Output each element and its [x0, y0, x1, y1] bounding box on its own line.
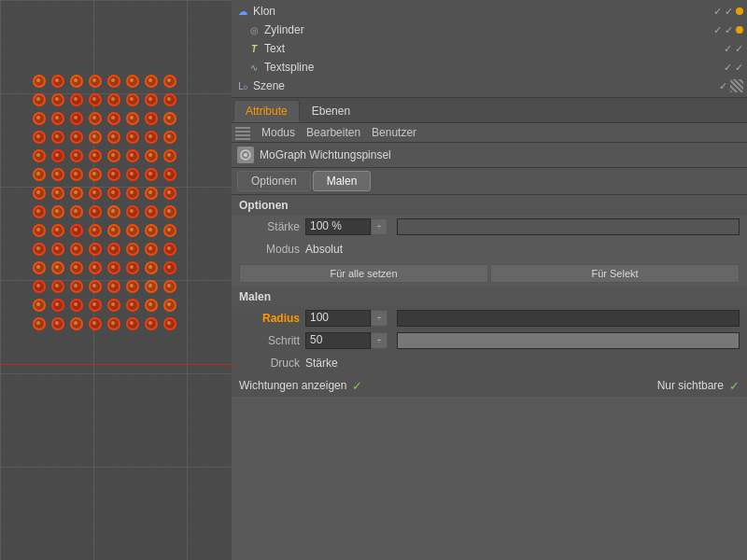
- clone-dot: [126, 93, 139, 106]
- cloner-visualization: [9, 56, 159, 336]
- starke-label: Stärke: [239, 220, 300, 233]
- clone-dot: [51, 149, 64, 162]
- clone-dot: [89, 75, 102, 88]
- radius-spinner[interactable]: ÷: [371, 310, 388, 327]
- clone-dot: [51, 261, 64, 274]
- clone-dot: [33, 280, 46, 293]
- red-line: [0, 364, 232, 365]
- wichtungen-checkmark[interactable]: ✓: [352, 379, 362, 393]
- starke-spinner[interactable]: ÷: [371, 218, 388, 235]
- clone-dot: [163, 168, 176, 181]
- clone-dot: [70, 187, 83, 200]
- clone-dot: [70, 112, 83, 125]
- clone-dot: [163, 243, 176, 256]
- text-icon: T: [247, 41, 261, 56]
- tab-attribute[interactable]: Attribute: [233, 100, 300, 122]
- clone-dot: [126, 131, 139, 144]
- sub-tab-optionen[interactable]: Optionen: [237, 171, 311, 191]
- clone-dot: [89, 299, 102, 312]
- schritt-spinner[interactable]: ÷: [371, 332, 388, 349]
- clone-dot: [107, 149, 120, 162]
- tool-name: MoGraph Wichtungspinsel: [260, 148, 391, 161]
- clone-dot: [89, 187, 102, 200]
- menu-bearbeiten[interactable]: Bearbeiten: [306, 126, 360, 139]
- modus-label: Modus: [239, 243, 300, 256]
- clone-dot: [126, 112, 139, 125]
- clone-dot: [51, 75, 64, 88]
- fuer-alle-setzen-button[interactable]: Für alle setzen: [239, 264, 488, 283]
- orange-dot: [736, 7, 743, 15]
- clone-dot: [163, 131, 176, 144]
- clone-dot: [33, 75, 46, 88]
- clone-dot: [145, 280, 158, 293]
- radius-value[interactable]: 100: [305, 310, 371, 327]
- clone-dot: [89, 93, 102, 106]
- textspline-icon: ∿: [247, 60, 261, 75]
- menu-benutzer[interactable]: Benutzer: [372, 126, 416, 139]
- tree-item-zylinder[interactable]: ◎ Zylinder ✓ ✓: [232, 21, 747, 39]
- clone-dot: [107, 280, 120, 293]
- clone-dot: [107, 224, 120, 237]
- clone-dot: [145, 299, 158, 312]
- schritt-value[interactable]: 50: [305, 332, 371, 349]
- clone-dot: [126, 187, 139, 200]
- clone-dot: [163, 93, 176, 106]
- clone-dot: [145, 205, 158, 218]
- starke-row: Stärke 100 % ÷: [232, 216, 747, 238]
- szene-icon: L₀: [235, 78, 250, 93]
- viewport[interactable]: [0, 0, 232, 560]
- schritt-row: Schritt 50 ÷: [232, 329, 747, 352]
- clone-dot: [70, 205, 83, 218]
- checkbox-row: Wichtungen anzeigen ✓ Nur sichtbare ✓: [232, 374, 747, 397]
- tree-item-text[interactable]: T Text ✓ ✓: [232, 39, 747, 58]
- clone-dot: [89, 112, 102, 125]
- clone-dot: [107, 187, 120, 200]
- nur-sichtbare-checkmark[interactable]: ✓: [729, 379, 740, 393]
- clone-dot: [70, 131, 83, 144]
- sub-tab-malen[interactable]: Malen: [313, 171, 372, 191]
- clone-dot: [33, 205, 46, 218]
- clone-dot: [126, 224, 139, 237]
- starke-value[interactable]: 100 %: [305, 218, 371, 235]
- zylinder-icon: ◎: [247, 22, 261, 37]
- clone-dot: [33, 224, 46, 237]
- clone-dot: [107, 243, 120, 256]
- starke-input-group: 100 % ÷: [305, 218, 388, 235]
- clone-dot: [126, 280, 139, 293]
- clone-dot: [33, 261, 46, 274]
- tab-ebenen[interactable]: Ebenen: [300, 100, 362, 122]
- clone-dot: [89, 205, 102, 218]
- scene-tree: ☁ Klon ✓ ✓ ◎ Zylinder ✓ ✓: [232, 0, 747, 98]
- clone-dot: [89, 149, 102, 162]
- malen-section: Malen Radius 100 ÷ Schritt 50 ÷: [232, 287, 747, 397]
- fuer-selekt-button[interactable]: Für Selekt: [490, 264, 740, 283]
- radius-bar: [397, 310, 740, 327]
- schritt-label: Schritt: [239, 334, 300, 347]
- textspline-label: Textspline: [264, 61, 314, 74]
- clone-dot: [51, 187, 64, 200]
- starke-bar-fill: [398, 219, 739, 234]
- clone-dot: [70, 243, 83, 256]
- clone-dot: [70, 280, 83, 293]
- orange-dot2: [736, 26, 743, 34]
- clone-dot: [163, 187, 176, 200]
- clone-dot: [33, 299, 46, 312]
- clone-dot: [107, 261, 120, 274]
- tree-item-klon[interactable]: ☁ Klon ✓ ✓: [232, 2, 747, 21]
- radius-input-group: 100 ÷: [305, 310, 388, 327]
- zylinder-label: Zylinder: [264, 23, 304, 36]
- menu-modus[interactable]: Modus: [261, 126, 295, 139]
- clone-dot: [51, 168, 64, 181]
- szene-label: Szene: [253, 79, 285, 92]
- tree-item-textspline[interactable]: ∿ Textspline ✓ ✓: [232, 58, 747, 77]
- clone-dot: [163, 299, 176, 312]
- tree-item-szene[interactable]: L₀ Szene ✓: [232, 77, 747, 95]
- clone-dot: [51, 317, 64, 330]
- clone-dot: [51, 131, 64, 144]
- clone-dot: [70, 317, 83, 330]
- malen-header: Malen: [232, 287, 747, 307]
- clone-dot: [163, 224, 176, 237]
- clone-dot: [107, 205, 120, 218]
- clone-dot: [70, 149, 83, 162]
- schritt-bar-fill: [398, 333, 739, 348]
